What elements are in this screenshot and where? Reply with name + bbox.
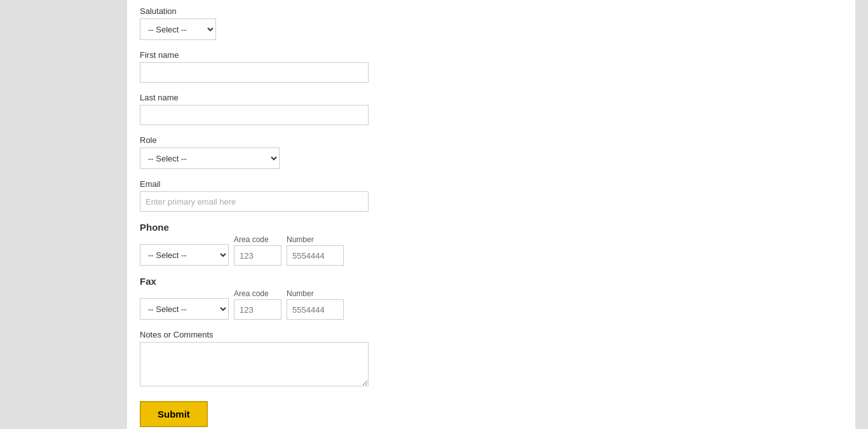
fax-number-input[interactable] — [287, 299, 344, 320]
notes-group: Notes or Comments — [140, 330, 843, 388]
fax-group: Fax -- Select -- Area code Number — [140, 276, 843, 320]
first-name-group: First name — [140, 50, 843, 83]
fax-label: Fax — [140, 276, 843, 287]
fax-number-group: Number — [287, 289, 344, 320]
phone-number-input[interactable] — [287, 245, 344, 266]
first-name-input[interactable] — [140, 62, 369, 83]
email-input[interactable] — [140, 191, 369, 212]
submit-group: Submit — [140, 398, 843, 427]
email-group: Email — [140, 179, 843, 212]
role-label: Role — [140, 135, 843, 145]
last-name-label: Last name — [140, 93, 843, 102]
submit-button[interactable]: Submit — [140, 401, 208, 427]
last-name-group: Last name — [140, 93, 843, 125]
last-name-input[interactable] — [140, 105, 369, 125]
phone-group: Phone -- Select -- Area code Number — [140, 222, 843, 266]
email-label: Email — [140, 179, 843, 189]
left-sidebar — [0, 0, 127, 429]
main-content: Salutation -- Select -- Mr. Mrs. Ms. Dr.… — [127, 0, 855, 429]
fax-select[interactable]: -- Select -- — [140, 298, 229, 320]
fax-row: -- Select -- Area code Number — [140, 289, 843, 320]
role-group: Role -- Select -- Admin Manager User Gue… — [140, 135, 843, 169]
fax-area-code-group: Area code — [234, 289, 281, 320]
notes-label: Notes or Comments — [140, 330, 843, 339]
phone-label: Phone — [140, 222, 843, 233]
salutation-select[interactable]: -- Select -- Mr. Mrs. Ms. Dr. Prof. — [140, 18, 216, 40]
phone-number-label: Number — [287, 235, 344, 244]
fax-area-code-input[interactable] — [234, 299, 281, 320]
phone-area-code-group: Area code — [234, 235, 281, 266]
fax-area-code-label: Area code — [234, 289, 281, 298]
phone-area-code-input[interactable] — [234, 245, 281, 266]
first-name-label: First name — [140, 50, 843, 60]
phone-area-code-label: Area code — [234, 235, 281, 244]
phone-number-group: Number — [287, 235, 344, 266]
phone-select[interactable]: -- Select -- — [140, 244, 229, 266]
salutation-group: Salutation -- Select -- Mr. Mrs. Ms. Dr.… — [140, 6, 843, 40]
fax-number-label: Number — [287, 289, 344, 298]
role-select[interactable]: -- Select -- Admin Manager User Guest — [140, 147, 280, 169]
phone-row: -- Select -- Area code Number — [140, 235, 843, 266]
right-sidebar — [855, 0, 868, 429]
salutation-label: Salutation — [140, 6, 843, 16]
notes-textarea[interactable] — [140, 342, 369, 386]
